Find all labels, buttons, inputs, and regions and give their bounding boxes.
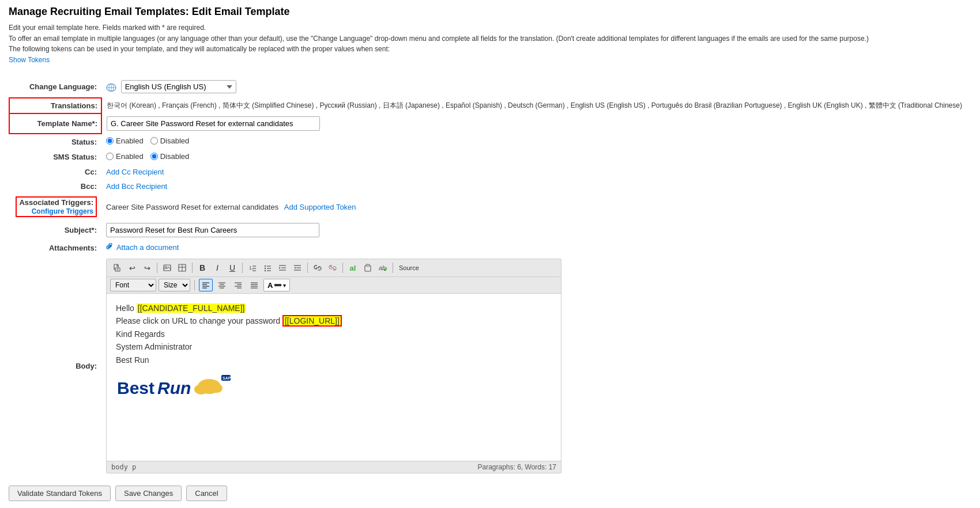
body-editor: ↩ ↪ B I U	[106, 259, 561, 473]
body-line2: Please click on URL to change your passw…	[116, 314, 552, 327]
toolbar-table-btn[interactable]	[175, 261, 189, 274]
toolbar-sep1	[157, 263, 157, 273]
sms-disabled-option[interactable]: Disabled	[150, 152, 190, 161]
login-url-token: [[LOGIN_URL]]	[282, 315, 342, 327]
toolbar-font-color-btn[interactable]: A ▾	[263, 279, 290, 291]
change-language-label: Change Language:	[9, 75, 101, 98]
svg-rect-5	[115, 268, 120, 271]
toolbar-spellcheck-btn[interactable]: abc	[376, 261, 390, 274]
associated-triggers-label: Associated Triggers:	[19, 198, 93, 207]
toolbar-outdent-btn[interactable]	[291, 261, 304, 274]
editor-path: body p	[111, 463, 136, 471]
toolbar-justify-btn[interactable]	[247, 279, 261, 291]
bestrun-logo: Best Run SAP	[116, 372, 552, 401]
attach-document-link[interactable]: Attach a document	[106, 243, 179, 252]
globe-icon	[106, 84, 116, 92]
subject-input[interactable]	[106, 223, 319, 237]
toolbar-italic-btn[interactable]: I	[210, 261, 224, 274]
translations-value: 한국어 (Korean) , Français (French) , 简体中文 …	[101, 98, 971, 113]
page-title: Manage Recruiting Email Templates: Edit …	[9, 6, 971, 18]
svg-point-18	[265, 268, 266, 269]
validate-button[interactable]: Validate Standard Tokens	[9, 486, 111, 501]
sms-status-label: SMS Status:	[9, 149, 101, 165]
translations-label: Translations:	[9, 98, 101, 113]
toolbar-undo-btn[interactable]: ↩	[125, 261, 139, 274]
toolbar-source-btn[interactable]: Source	[396, 261, 422, 274]
toolbar-bold-btn[interactable]: B	[195, 261, 209, 274]
toolbar-indent-btn[interactable]	[276, 261, 289, 274]
status-enabled-option[interactable]: Enabled	[106, 137, 144, 145]
toolbar-paste-btn[interactable]	[361, 261, 375, 274]
body-line1: Hello [[CANDIDATE_FULL_NAME]]	[116, 302, 552, 314]
bcc-label: Bcc:	[9, 179, 101, 194]
status-label: Status:	[9, 134, 101, 149]
status-radio-group: Enabled Disabled	[106, 137, 189, 145]
editor-toolbar-row1: ↩ ↪ B I U	[107, 259, 561, 277]
intro-text-3: The following tokens can be used in your…	[9, 45, 971, 53]
toolbar-new-btn[interactable]	[110, 261, 124, 274]
attachments-label: Attachments:	[9, 240, 101, 256]
svg-point-19	[265, 270, 266, 271]
toolbar-align-center-btn[interactable]	[215, 279, 229, 291]
body-line3: Kind Regards	[116, 328, 552, 340]
svg-rect-32	[366, 264, 370, 266]
svg-text:Best: Best	[117, 378, 154, 397]
add-bcc-link[interactable]: Add Bcc Recipient	[106, 182, 167, 191]
font-select[interactable]: Font	[110, 279, 156, 291]
editor-content-area[interactable]: Hello [[CANDIDATE_FULL_NAME]] Please cli…	[107, 294, 561, 461]
template-name-input[interactable]	[107, 116, 320, 131]
add-supported-token-link[interactable]: Add Supported Token	[284, 203, 356, 211]
editor-stats: Paragraphs: 6, Words: 17	[477, 463, 556, 471]
size-select[interactable]: Size	[159, 279, 190, 291]
body-label: Body:	[9, 256, 101, 476]
svg-point-17	[265, 266, 266, 267]
subject-label: Subject*:	[9, 220, 101, 240]
toolbar-unordered-list-btn[interactable]	[261, 261, 274, 274]
toolbar-sep4	[307, 263, 308, 273]
svg-point-53	[194, 384, 208, 395]
toolbar-align-right-btn[interactable]	[231, 279, 245, 291]
toolbar-align-left-btn[interactable]	[199, 279, 213, 291]
svg-point-9	[165, 266, 167, 268]
configure-triggers-link[interactable]: Configure Triggers	[32, 207, 93, 215]
svg-text:Run: Run	[157, 378, 191, 397]
language-select[interactable]: English US (English US)	[121, 80, 236, 93]
body-line4: System Administrator	[116, 340, 552, 353]
show-tokens-link[interactable]: Show Tokens	[9, 56, 50, 64]
sms-status-radio-group: Enabled Disabled	[106, 152, 189, 161]
paperclip-icon	[106, 243, 113, 253]
toolbar-token-btn[interactable]: aI	[346, 261, 360, 274]
toolbar-ordered-list-btn[interactable]: 1.	[246, 261, 259, 274]
trigger-text: Career Site Password Reset for external …	[106, 203, 278, 211]
toolbar-sep2	[192, 263, 193, 273]
status-disabled-option[interactable]: Disabled	[150, 137, 190, 145]
toolbar-unlink-btn[interactable]	[326, 261, 340, 274]
toolbar-sep5	[342, 263, 343, 273]
toolbar-sep3	[242, 263, 243, 273]
toolbar-underline-btn[interactable]: U	[225, 261, 239, 274]
toolbar-image-btn[interactable]	[160, 261, 174, 274]
action-bar: Validate Standard Tokens Save Changes Ca…	[9, 486, 971, 501]
toolbar-sep6	[393, 263, 393, 273]
intro-text-1: Edit your email template here. Fields ma…	[9, 24, 971, 32]
candidate-name-token: [[CANDIDATE_FULL_NAME]]	[137, 304, 246, 313]
toolbar-redo-btn[interactable]: ↪	[140, 261, 154, 274]
cancel-button[interactable]: Cancel	[186, 486, 227, 501]
body-line5: Best Run	[116, 354, 552, 366]
toolbar-sep7	[194, 280, 195, 290]
svg-point-54	[211, 384, 223, 393]
template-name-label: Template Name*:	[9, 113, 101, 134]
intro-text-2: To offer an email template in multiple l…	[9, 35, 971, 43]
toolbar-link-btn[interactable]	[311, 261, 325, 274]
cc-label: Cc:	[9, 165, 101, 179]
associated-triggers-cell: Associated Triggers: Configure Triggers	[9, 194, 101, 220]
editor-toolbar-row2: Font Size	[107, 277, 561, 294]
svg-text:SAP: SAP	[223, 376, 231, 380]
sms-enabled-option[interactable]: Enabled	[106, 152, 144, 161]
svg-line-30	[330, 266, 336, 270]
save-button[interactable]: Save Changes	[115, 486, 182, 501]
bestrun-logo-svg: Best Run SAP	[116, 372, 231, 401]
editor-footer: body p Paragraphs: 6, Words: 17	[107, 461, 561, 473]
add-cc-link[interactable]: Add Cc Recipient	[106, 168, 164, 176]
